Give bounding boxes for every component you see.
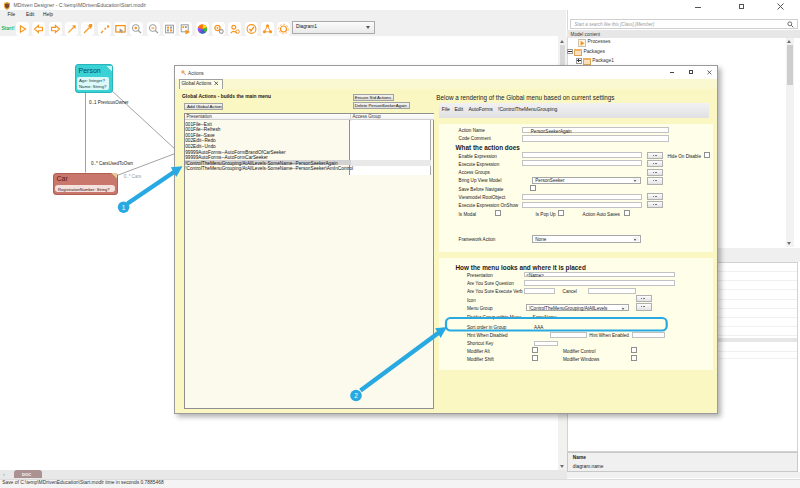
svg-text:2: 2: [354, 392, 358, 399]
svg-text:1: 1: [122, 204, 126, 211]
